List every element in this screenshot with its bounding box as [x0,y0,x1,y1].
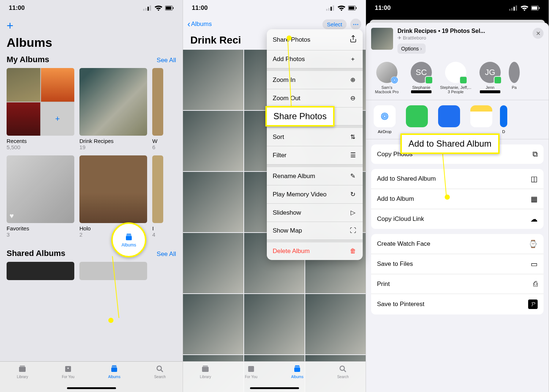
svg-rect-14 [126,236,132,240]
menu-sort[interactable]: Sort⇅ [267,128,363,146]
messages-badge-icon [425,76,433,84]
svg-rect-31 [509,9,511,11]
photo-cell[interactable] [244,294,305,354]
svg-rect-0 [143,9,145,11]
photo-cell[interactable] [183,111,243,171]
status-bar: 11:00 [0,0,183,16]
app-mail[interactable] [436,105,463,134]
plus-icon: + [349,56,357,63]
tab-foryou[interactable]: For You [245,364,257,379]
add-album-button[interactable]: + [7,19,176,33]
contact-item[interactable]: Sam'sMacbook Pro [371,62,403,94]
svg-rect-29 [295,365,299,366]
screen-albums-list: 11:00 + Albums My Albums See All + Recen… [0,0,183,392]
map-icon: ⛶ [349,227,357,234]
home-indicator[interactable] [250,387,299,389]
battery-icon [531,4,540,12]
chevron-right-icon: › [420,46,422,52]
tab-albums[interactable]: Albums [108,364,120,379]
print-icon: ⎙ [533,280,538,288]
menu-add-photos[interactable]: Add Photos+ [267,50,363,68]
album-title: Recents [7,138,74,144]
menu-delete-album[interactable]: Delete Album🗑 [267,242,363,260]
close-button[interactable]: ✕ [533,28,544,39]
status-time: 11:00 [9,4,25,12]
more-button[interactable]: ⋯ [350,19,361,30]
svg-rect-34 [516,5,517,11]
section-title-shared: Shared Albums [7,249,66,258]
options-button[interactable]: Options › [397,44,426,54]
album-recents[interactable]: + Recents 5,500 [7,68,74,150]
see-all-my-albums[interactable]: See All [157,57,176,64]
see-all-shared[interactable]: See All [157,250,176,258]
app-airdrop[interactable]: AirDrop [371,105,398,134]
svg-point-42 [384,115,386,117]
svg-rect-28 [295,366,300,367]
svg-rect-25 [203,366,208,366]
photo-cell[interactable] [183,50,243,110]
svg-rect-6 [173,7,173,9]
menu-share-photos[interactable]: Share Photos [267,29,363,50]
action-save-files[interactable]: Save to Files▭ [371,254,544,274]
photo-cell[interactable] [305,294,366,354]
contacts-row: Sam'sMacbook Pro SCStephanie Stephanie, … [366,59,549,100]
menu-zoom-out[interactable]: Zoom Out⊖ [267,89,363,108]
album-count: 5,500 [7,144,74,150]
back-button[interactable]: ‹Albums [187,19,212,29]
action-add-album[interactable]: Add to Album▦ [371,189,544,209]
tab-foryou[interactable]: For You [62,364,74,379]
menu-zoom-in[interactable]: Zoom In⊕ [267,71,363,89]
share-icon [349,34,357,45]
tab-search[interactable]: Search [154,364,166,379]
svg-rect-3 [150,5,151,11]
menu-filter[interactable]: Filter☰ [267,146,363,165]
sheet-thumbnail [371,28,393,50]
photo-cell[interactable] [183,294,243,354]
contact-item[interactable]: Stephanie, Jeff,...3 People [440,62,471,94]
screen-share-sheet: 11:00 Drink Recipes • 19 Photos Sel... ✈… [366,0,549,392]
tab-search[interactable]: Search [337,364,349,379]
album-favorites[interactable]: ♥ Favorites 3 [7,155,74,238]
menu-rename[interactable]: Rename Album✎ [267,167,363,185]
messages-badge-icon [494,76,502,84]
action-add-shared-album[interactable]: Add to Shared Album◫ [371,169,544,189]
menu-show-map[interactable]: Show Map⛶ [267,222,363,240]
photo-cell[interactable] [183,172,243,232]
action-pinterest[interactable]: Save to Pinterest𝓟 [371,294,544,314]
status-bar: 11:00 [366,0,549,16]
play-icon: ▷ [349,209,357,216]
app-messages[interactable] [403,105,430,134]
shared-album-item[interactable] [7,262,74,280]
share-sheet: Drink Recipes • 19 Photos Sel... ✈ Bratt… [366,23,549,392]
contact-item[interactable]: Pa [509,62,520,94]
contact-item[interactable]: SCStephanie [406,62,437,94]
tab-library[interactable]: Library [17,364,28,379]
album-peek-2[interactable]: I 4 [152,155,163,238]
action-watch-face[interactable]: Create Watch Face⌚ [371,234,544,254]
tab-albums[interactable]: Albums [291,364,303,379]
menu-slideshow[interactable]: Slideshow▷ [267,204,363,222]
pencil-icon: ✎ [349,172,357,180]
tab-library[interactable]: Library [200,364,211,379]
action-print[interactable]: Print⎙ [371,274,544,294]
sort-icon: ⇅ [349,133,357,141]
select-button[interactable]: Select [322,19,347,29]
sheet-header: Drink Recipes • 19 Photos Sel... ✈ Bratt… [366,23,549,59]
wifi-icon [154,4,163,12]
home-indicator[interactable] [67,387,116,389]
svg-rect-15 [126,235,131,235]
contact-item[interactable]: JGJenn [474,62,506,94]
status-icons [326,4,357,12]
status-time: 11:00 [375,4,391,12]
album-peek[interactable]: W 6 [152,68,163,150]
album-icon: ▦ [531,195,538,203]
menu-memory[interactable]: Play Memory Video↻ [267,185,363,204]
album-drink-recipes[interactable]: Drink Recipes 19 [79,68,147,150]
cellular-icon [509,4,518,12]
watch-icon: ⌚ [529,240,538,248]
svg-rect-26 [248,366,254,372]
app-more[interactable]: D [500,105,507,134]
action-copy-icloud[interactable]: Copy iCloud Link☁ [371,209,544,229]
app-notes[interactable] [468,105,495,134]
photo-cell[interactable] [183,233,243,293]
